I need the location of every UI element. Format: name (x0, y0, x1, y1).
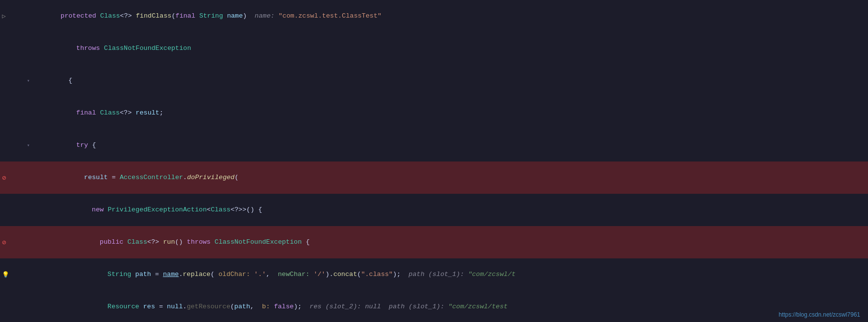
line-content-3: { (27, 65, 868, 97)
line-content-1: protected Class<?> findClass(final Strin… (27, 0, 868, 32)
gutter-5: ▾ (0, 129, 27, 161)
editor-container: ▷ protected Class<?> findClass(final Str… (0, 0, 868, 322)
code-line-8: ⊘ public Class<?> run() throws ClassNotF… (0, 226, 868, 258)
var-name-9: name (163, 271, 178, 278)
bulb-icon-9: 💡 (2, 271, 9, 278)
gutter-4 (0, 97, 27, 129)
code-line-7: new PrivilegedExceptionAction<Class<?>>(… (0, 194, 868, 226)
fold-icon-1: ▷ (2, 12, 6, 20)
gutter-7 (0, 194, 27, 226)
line-content-4: final Class<?> result; (27, 97, 868, 129)
code-line-4: final Class<?> result; (0, 97, 868, 129)
code-line: ▷ protected Class<?> findClass(final Str… (0, 0, 868, 32)
code-line-3: ▾ { (0, 65, 868, 97)
code-line-5: ▾ try { (0, 129, 868, 161)
status-url: https://blog.csdn.net/zcswl7961 (779, 311, 860, 318)
code-area: ▷ protected Class<?> findClass(final Str… (0, 0, 868, 322)
gutter-10 (0, 291, 27, 322)
line-content-2: throws ClassNotFoundException (27, 32, 868, 65)
code-line-2: throws ClassNotFoundException (0, 32, 868, 65)
kw-protected: protected (61, 12, 96, 20)
line-content-5: try { (27, 129, 868, 161)
code-line-6: ⊘ result = AccessController.doPrivileged… (0, 161, 868, 194)
line-content-7: new PrivilegedExceptionAction<Class<?>>(… (27, 194, 868, 226)
error-icon-6: ⊘ (2, 174, 6, 182)
kw-throws: throws (76, 45, 100, 52)
method-findclass: findClass (136, 12, 172, 20)
error-icon-8: ⊘ (2, 238, 6, 247)
gutter-1: ▷ (0, 0, 27, 32)
line-content-8: public Class<?> run() throws ClassNotFou… (27, 226, 868, 258)
type-classnotfound: ClassNotFoundException (104, 45, 191, 52)
gutter-2 (0, 32, 27, 65)
gutter-6: ⊘ (0, 161, 27, 194)
gutter-9: 💡 (0, 258, 27, 291)
line-content-10: Resource res = null.getResource(path, b:… (27, 291, 868, 322)
code-line-9: 💡 String path = name.replace( oldChar: '… (0, 258, 868, 291)
line-content-9: String path = name.replace( oldChar: '.'… (27, 258, 868, 291)
gutter-3: ▾ (0, 65, 27, 97)
gutter-8: ⊘ (0, 226, 27, 258)
type-class: Class (100, 12, 120, 20)
line-content-6: result = AccessController.doPrivileged( (27, 161, 868, 194)
code-line-10: Resource res = null.getResource(path, b:… (0, 291, 868, 322)
